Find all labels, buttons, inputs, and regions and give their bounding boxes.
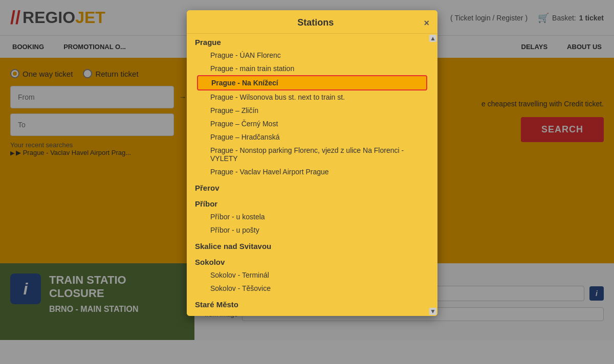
stations-modal: Stations × ▲ PraguePrague - ÚAN FlorencP… [187, 10, 437, 316]
station-item[interactable]: Prague - ÚAN Florenc [195, 49, 429, 62]
station-item[interactable]: Prague – Zličín [195, 104, 429, 117]
city-group: Přerov [187, 179, 437, 195]
station-item[interactable]: Příbor - u pošty [195, 223, 429, 237]
modal-header: Stations × [187, 10, 437, 34]
city-group: SokolovSokolov - TerminálSokolov - Těšov… [187, 254, 437, 296]
station-item[interactable]: Prague - Na Knížecí [197, 75, 427, 90]
station-item[interactable]: Příbor - u kostela [195, 210, 429, 223]
city-group: PříborPříbor - u kostelaPříbor - u pošty [187, 195, 437, 238]
station-item[interactable]: Prague - Vaclav Havel Airport Prague [195, 165, 429, 178]
city-group-name: Prague [195, 38, 429, 47]
station-item[interactable]: Prague - Nonstop parking Florenc, vjezd … [195, 144, 429, 165]
station-item[interactable]: Sokolov - Terminál [195, 268, 429, 282]
city-group-name: Přerov [195, 184, 429, 192]
modal-body[interactable]: ▲ PraguePrague - ÚAN FlorencPrague - mai… [187, 34, 437, 316]
station-item[interactable]: Sokolov - Těšovice [195, 282, 429, 295]
city-group-name: Příbor [195, 199, 429, 208]
city-group: Skalice nad Svitavou [187, 238, 437, 254]
city-group-name: Staré Město [195, 300, 429, 309]
city-group: PraguePrague - ÚAN FlorencPrague - main … [187, 34, 437, 179]
stations-list: PraguePrague - ÚAN FlorencPrague - main … [187, 34, 437, 312]
city-group: Staré Město [187, 296, 437, 312]
city-group-name: Sokolov [195, 258, 429, 266]
scroll-up-icon[interactable]: ▲ [429, 35, 436, 42]
station-item[interactable]: Prague – Černý Most [195, 117, 429, 130]
modal-close-button[interactable]: × [424, 18, 429, 28]
scroll-down-icon[interactable]: ▼ [429, 308, 436, 315]
modal-title: Stations [207, 17, 424, 28]
station-item[interactable]: Prague - main train station [195, 62, 429, 75]
station-item[interactable]: Prague – Hradčanská [195, 130, 429, 144]
station-item[interactable]: Prague - Wilsonova bus st. next to train… [195, 90, 429, 104]
city-group-name: Skalice nad Svitavou [195, 242, 429, 251]
